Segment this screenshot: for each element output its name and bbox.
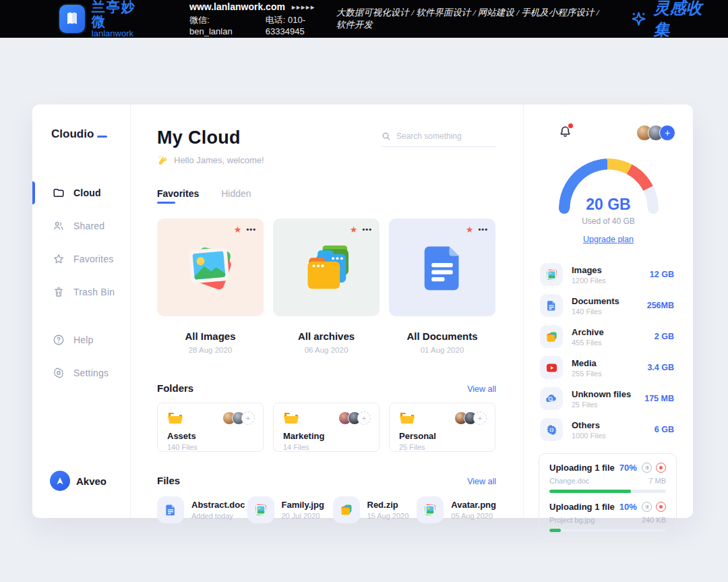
storage-label: Documents <box>572 296 619 306</box>
add-collaborator-button[interactable]: + <box>241 411 255 425</box>
storage-row-unknown-files[interactable]: Unknown files 25 Files 175 MB <box>540 383 674 414</box>
favorite-star-icon[interactable]: ★ <box>350 225 358 234</box>
file-item-family-jpg[interactable]: Family.jpg 20 Jul 2020 <box>247 496 324 523</box>
storage-row-archive[interactable]: Archive 455 Files 2 GB <box>540 321 674 352</box>
add-member-button[interactable]: + <box>659 125 675 141</box>
upload-item: Uploading 1 file 70% Change.doc 7 MB <box>549 463 666 493</box>
favorites-grid: ★ ••• <box>157 219 496 354</box>
team-avatars: + <box>636 125 675 141</box>
storage-row-others[interactable]: Others 1000 Files 6 GB <box>540 414 674 445</box>
card-all-documents[interactable]: ★ ••• All Documents 01 Aug 2020 <box>389 219 495 354</box>
storage-row-documents[interactable]: Documents 140 Files 256MB <box>540 290 674 321</box>
sidebar-item-help[interactable]: Help <box>32 323 130 356</box>
folder-card-assets[interactable]: + Assets 140 Files <box>157 403 264 452</box>
akveo-label: Akveo <box>76 475 107 487</box>
sidebar-item-label: Trash Bin <box>73 287 115 297</box>
storage-size: 3.4 GB <box>647 363 674 372</box>
akveo-brand[interactable]: Akveo <box>50 471 107 491</box>
card-all-images[interactable]: ★ ••• <box>157 219 264 354</box>
files-view-all-link[interactable]: View all <box>467 477 496 486</box>
folder-name: Assets <box>167 431 255 441</box>
folders-section: Folders View all + Assets <box>157 382 496 452</box>
sidebar-item-label: Help <box>73 334 94 345</box>
upload-progress-bar <box>549 490 666 493</box>
folder-files-count: 140 Files <box>167 443 255 451</box>
file-date: 05 Aug 2020 <box>451 512 496 520</box>
tab-favorites[interactable]: Favorites <box>157 188 199 204</box>
sidebar-item-cloud[interactable]: Cloud <box>32 176 130 209</box>
sidebar-item-shared[interactable]: Shared <box>32 209 130 242</box>
folder-files-count: 14 Files <box>283 443 371 451</box>
star-outline-icon <box>53 253 65 265</box>
storage-row-media[interactable]: Media 255 Files 3.4 GB <box>540 352 674 383</box>
archive-file-icon <box>340 503 353 517</box>
image-file-icon <box>423 503 437 517</box>
file-item-avatar-png[interactable]: Avatar.png 05 Aug 2020 <box>417 496 496 523</box>
folder-icon <box>53 187 65 199</box>
sidebar-item-label: Favorites <box>73 254 113 264</box>
folder-card-personal[interactable]: + Personal 25 Files <box>389 403 495 452</box>
upload-progress-bar <box>549 529 666 532</box>
card-title: All archives <box>273 330 380 342</box>
logo-dash <box>97 136 107 138</box>
sidebar-item-trash-bin[interactable]: Trash Bin <box>32 275 130 308</box>
file-item-red-zip[interactable]: Red.zip 15 Aug 2020 <box>333 496 409 523</box>
image-file-icon <box>254 503 268 517</box>
pause-upload-button[interactable] <box>642 502 652 512</box>
sidebar: Cloudio Cloud Shared Favorites <box>32 105 131 518</box>
card-menu-icon[interactable]: ••• <box>362 226 372 233</box>
sidebar-item-favorites[interactable]: Favorites <box>32 242 130 275</box>
trash-icon <box>53 286 65 298</box>
favorite-star-icon[interactable]: ★ <box>466 225 474 234</box>
card-title: All Documents <box>389 330 495 342</box>
lanlanwork-logo: 兰亭妙微 lanlanwork <box>59 0 145 38</box>
file-name: Avatar.png <box>451 500 496 510</box>
upload-title: Uploading 1 file <box>549 502 615 512</box>
search-input[interactable] <box>396 132 484 141</box>
cancel-upload-button[interactable] <box>656 502 666 512</box>
unknown-files-icon <box>545 392 558 405</box>
folder-card-marketing[interactable]: + Marketing 14 Files <box>273 403 380 452</box>
help-icon <box>53 334 65 346</box>
upload-title: Uploading 1 file <box>549 463 615 473</box>
card-date: 01 Aug 2020 <box>389 346 495 354</box>
storage-files: 1000 Files <box>572 432 606 440</box>
tab-hidden[interactable]: Hidden <box>221 188 251 204</box>
banner-brand-en: lanlanwork <box>92 29 145 38</box>
card-menu-icon[interactable]: ••• <box>246 226 256 233</box>
folders-view-all-link[interactable]: View all <box>467 384 496 394</box>
open-folder-icon <box>283 411 299 426</box>
favorite-star-icon[interactable]: ★ <box>234 225 242 234</box>
card-all-archives[interactable]: ★ ••• <box>273 219 380 354</box>
folders-heading: Folders <box>157 382 193 394</box>
open-folder-icon <box>167 411 183 426</box>
banner-phone: 电话: 010-63334945 <box>266 14 336 36</box>
banner-collect-label: 灵感收集 <box>653 0 712 40</box>
document-icon <box>414 239 471 296</box>
sidebar-item-settings[interactable]: Settings <box>32 356 130 389</box>
upload-filename: Change.doc <box>549 477 589 485</box>
banner-brand-cn: 兰亭妙微 <box>92 0 145 29</box>
banner-services: 大数据可视化设计 / 软件界面设计 / 网站建设 / 手机及小程序设计 / 软件… <box>336 7 610 31</box>
file-name: Abstract.doc <box>191 500 245 510</box>
storage-files: 25 Files <box>572 401 631 409</box>
add-collaborator-button[interactable]: + <box>357 411 371 425</box>
file-item-abstract-doc[interactable]: Abstract.doc Added today <box>157 496 247 523</box>
notifications-bell-icon[interactable] <box>559 125 572 141</box>
sidebar-item-label: Settings <box>73 368 109 378</box>
images-icon <box>545 268 558 281</box>
folder-files-count: 25 Files <box>399 443 487 451</box>
files-section: Files View all Abstract.doc Added today <box>157 475 496 523</box>
cancel-upload-button[interactable] <box>656 463 666 473</box>
page-title: My Cloud <box>157 127 264 148</box>
pause-upload-button[interactable] <box>642 463 652 473</box>
storage-size: 12 GB <box>650 270 674 279</box>
card-menu-icon[interactable]: ••• <box>478 226 488 233</box>
upload-size: 240 KB <box>642 516 666 524</box>
main-content: My Cloud Hello James, welcome! Favorites… <box>131 105 523 518</box>
storage-row-images[interactable]: Images 1200 Files 12 GB <box>540 259 674 290</box>
card-date: 28 Aug 2020 <box>157 346 264 354</box>
add-collaborator-button[interactable]: + <box>473 411 487 425</box>
search <box>382 132 496 166</box>
app-logo[interactable]: Cloudio <box>32 127 130 141</box>
